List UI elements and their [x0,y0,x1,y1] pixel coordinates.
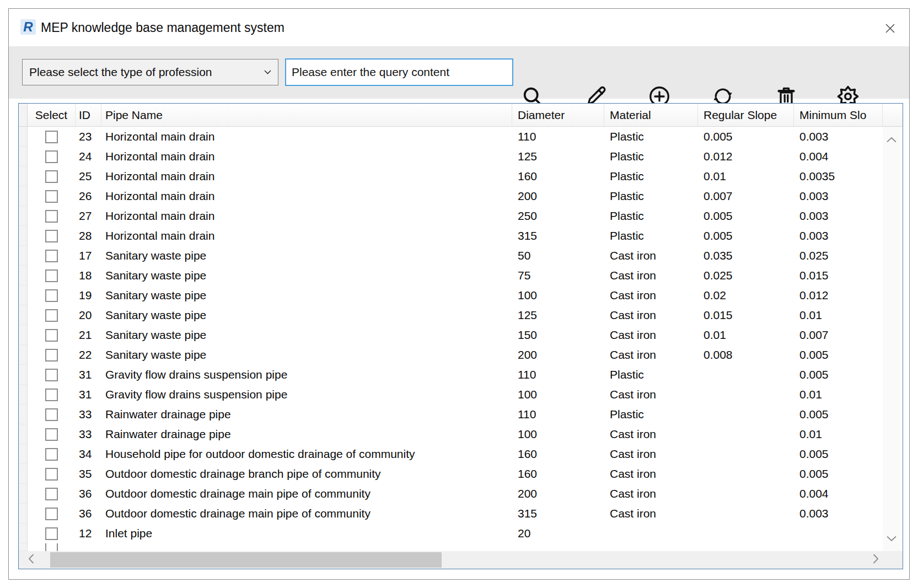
row-header[interactable] [19,206,28,226]
row-checkbox[interactable] [45,428,58,441]
row-checkbox[interactable] [45,468,58,481]
row-checkbox[interactable] [45,170,58,183]
row-header[interactable] [19,246,28,266]
row-checkbox[interactable] [45,349,58,362]
horizontal-scroll-thumb[interactable] [50,552,442,568]
row-checkbox[interactable] [45,269,58,282]
pipe-name-cell: Horizontal main drain [101,206,512,226]
row-header[interactable] [19,484,28,504]
regular-slope-cell [698,504,794,524]
id-cell: 19 [76,285,101,305]
pipe-name-cell: Outdoor domestic drainage main pipe of c… [101,504,512,524]
minimum-slope-cell [794,524,883,543]
minimum-slope-cell: 0.01 [794,424,883,444]
minimum-slope-cell: 0.012 [794,285,883,305]
row-header[interactable] [19,404,28,424]
row-header[interactable] [19,266,28,285]
diameter-cell: 125 [512,147,604,166]
row-header[interactable] [19,444,28,464]
material-cell: Plastic [604,147,698,166]
id-cell: 27 [76,206,101,226]
diameter-cell: 100 [512,385,604,404]
diameter-cell: 315 [512,226,604,246]
row-header[interactable] [19,127,28,147]
app-icon: R [20,19,36,35]
column-header-select[interactable]: Select [28,104,76,126]
pipe-table: Select ID Pipe Name Diameter Material Re… [18,103,903,569]
column-header-pipe-name[interactable]: Pipe Name [101,104,512,126]
vertical-scrollbar[interactable] [883,127,900,551]
row-header[interactable] [19,524,28,543]
column-header-material[interactable]: Material [604,104,698,126]
id-cell: 36 [76,504,101,524]
table-row: 19 Sanitary waste pipe 100 Cast iron 0.0… [19,285,903,305]
minimum-slope-cell: 0.005 [794,464,883,484]
row-header[interactable] [19,285,28,305]
profession-select[interactable]: Please select the type of profession [22,59,278,85]
row-header[interactable] [19,147,28,166]
regular-slope-cell: 0.012 [698,147,794,166]
material-cell: Plastic [604,365,698,385]
minimum-slope-cell: 0.005 [794,404,883,424]
table-row: 23 Horizontal main drain 110 Plastic 0.0… [19,127,903,147]
row-header[interactable] [19,504,28,524]
pipe-name-cell: Sanitary waste pipe [101,246,512,266]
row-checkbox[interactable] [45,289,58,302]
query-input[interactable] [285,58,513,86]
pipe-name-cell: Horizontal main drain [101,166,512,186]
id-cell: 12 [76,524,101,543]
row-checkbox[interactable] [45,448,58,461]
row-checkbox[interactable] [45,131,58,143]
row-header[interactable] [19,385,28,404]
close-button[interactable] [880,19,900,37]
scroll-down-icon[interactable] [887,533,896,543]
material-cell: Plastic [604,186,698,206]
row-header[interactable] [19,305,28,325]
row-header[interactable] [19,166,28,186]
row-header[interactable] [19,325,28,345]
pipe-name-cell: Sanitary waste pipe [101,266,512,285]
column-header-diameter[interactable]: Diameter [512,104,604,126]
row-checkbox[interactable] [45,150,58,163]
column-header-minimum-slope[interactable]: Minimum Slo [794,104,883,126]
row-checkbox[interactable] [45,389,58,401]
column-header-id[interactable]: ID [76,104,101,126]
table-corner [19,104,28,126]
row-header[interactable] [19,345,28,365]
row-header[interactable] [19,226,28,246]
select-cell [28,325,76,345]
row-checkbox[interactable] [45,488,58,500]
column-header-regular-slope[interactable]: Regular Slope [698,104,794,126]
select-cell [28,424,76,444]
regular-slope-cell: 0.015 [698,305,794,325]
row-checkbox[interactable] [45,309,58,322]
table-row: 18 Sanitary waste pipe 75 Cast iron 0.02… [19,266,903,285]
row-header[interactable] [19,365,28,385]
row-header[interactable] [19,424,28,444]
row-checkbox[interactable] [45,230,58,242]
row-checkbox[interactable] [45,527,58,540]
row-header[interactable] [19,186,28,206]
select-cell [28,166,76,186]
row-checkbox[interactable] [45,190,58,203]
row-checkbox[interactable] [45,369,58,381]
row-checkbox[interactable] [45,210,58,223]
scroll-up-icon[interactable] [887,134,896,144]
row-checkbox[interactable] [45,250,58,262]
scroll-right-icon[interactable] [873,554,878,566]
regular-slope-cell: 0.005 [698,127,794,147]
table-body: 23 Horizontal main drain 110 Plastic 0.0… [19,127,903,551]
horizontal-scrollbar[interactable] [19,551,903,569]
scroll-left-icon[interactable] [29,554,34,566]
row-checkbox[interactable] [45,329,58,342]
row-header[interactable] [19,464,28,484]
row-checkbox[interactable] [45,508,58,520]
minimum-slope-cell: 0.005 [794,345,883,365]
id-cell: 26 [76,186,101,206]
row-checkbox[interactable] [45,408,58,421]
material-cell: Cast iron [604,266,698,285]
material-cell: Plastic [604,127,698,147]
row-checkbox[interactable] [45,543,58,551]
minimum-slope-cell: 0.003 [794,186,883,206]
row-header[interactable] [19,543,28,551]
